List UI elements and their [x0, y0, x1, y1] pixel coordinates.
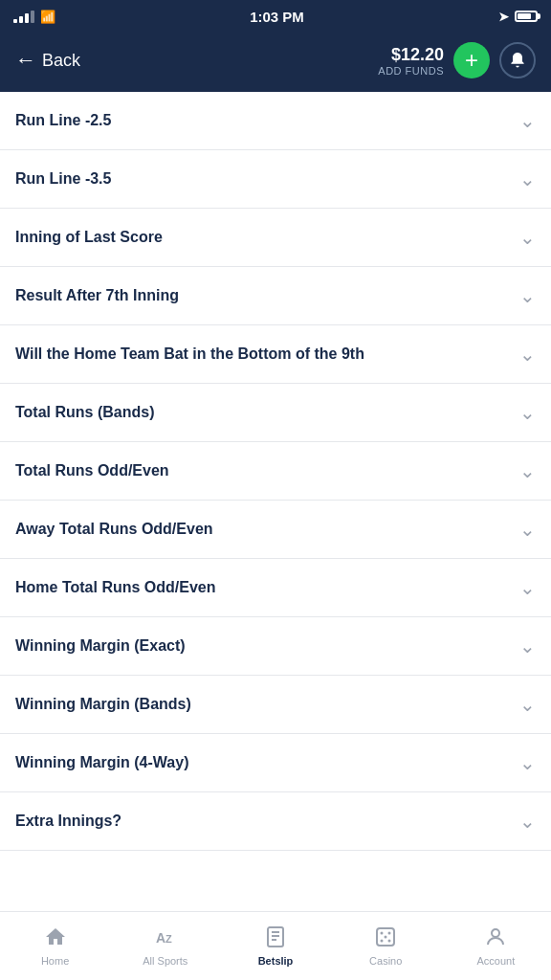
chevron-down-icon: ⌄ [519, 284, 536, 307]
accordion-label: Will the Home Team Bat in the Bottom of … [15, 344, 519, 365]
accordion-label: Away Total Runs Odd/Even [15, 519, 519, 540]
bottom-navigation: Home AZ All Sports Betslip Casino Accoun… [0, 911, 551, 980]
balance-section: $12.20 ADD FUNDS [378, 45, 444, 77]
accordion-item-run-line-3[interactable]: Run Line -3.5 ⌄ [0, 150, 551, 209]
accordion-item-total-runs-bands[interactable]: Total Runs (Bands) ⌄ [0, 384, 551, 442]
svg-text:Z: Z [165, 933, 172, 945]
back-button[interactable]: ← Back [15, 50, 80, 71]
status-bar-right: ➤ [498, 10, 538, 24]
add-funds-button[interactable]: + [453, 42, 490, 78]
accordion-item-total-runs-odd-even[interactable]: Total Runs Odd/Even ⌄ [0, 442, 551, 501]
status-bar: 📶 Verizon 📶 1:03 PM ➤ [0, 0, 551, 33]
balance-amount: $12.20 [378, 45, 444, 65]
accordion-label: Winning Margin (4-Way) [15, 752, 519, 773]
chevron-down-icon: ⌄ [519, 693, 536, 716]
add-funds-label: ADD FUNDS [378, 65, 444, 77]
location-icon: ➤ [498, 10, 509, 24]
svg-point-10 [388, 932, 391, 935]
back-label: Back [42, 51, 80, 71]
accordion-item-away-total-runs[interactable]: Away Total Runs Odd/Even ⌄ [0, 501, 551, 559]
status-bar-left: 📶 Verizon 📶 [13, 10, 55, 24]
accordion-list: Run Line -2.5 ⌄ Run Line -3.5 ⌄ Inning o… [0, 92, 551, 911]
svg-point-7 [381, 932, 384, 935]
accordion-item-winning-margin-exact[interactable]: Winning Margin (Exact) ⌄ [0, 617, 551, 676]
casino-icon [374, 925, 397, 952]
nav-label-casino: Casino [369, 955, 402, 967]
accordion-label: Winning Margin (Exact) [15, 635, 519, 657]
accordion-label: Run Line -3.5 [15, 168, 519, 189]
accordion-item-extra-innings[interactable]: Extra Innings? ⌄ [0, 792, 551, 851]
accordion-item-home-team-bat[interactable]: Will the Home Team Bat in the Bottom of … [0, 325, 551, 384]
accordion-label: Run Line -2.5 [15, 110, 519, 131]
betslip-icon [264, 925, 287, 952]
nav-item-account[interactable]: Account [441, 912, 551, 974]
az-icon: AZ [154, 925, 177, 952]
chevron-down-icon: ⌄ [519, 109, 536, 132]
svg-text:A: A [156, 930, 165, 946]
accordion-label: Inning of Last Score [15, 227, 519, 248]
accordion-item-winning-margin-bands[interactable]: Winning Margin (Bands) ⌄ [0, 676, 551, 734]
nav-item-betslip[interactable]: Betslip [220, 912, 330, 974]
chevron-down-icon: ⌄ [519, 226, 536, 249]
accordion-label: Home Total Runs Odd/Even [15, 577, 519, 598]
svg-point-8 [388, 940, 391, 943]
account-icon [484, 925, 507, 952]
wifi-icon: 📶 [40, 10, 55, 24]
chevron-down-icon: ⌄ [519, 810, 536, 833]
svg-point-11 [385, 936, 387, 939]
accordion-item-result-7th[interactable]: Result After 7th Inning ⌄ [0, 267, 551, 325]
nav-label-home: Home [41, 955, 69, 967]
accordion-label: Total Runs Odd/Even [15, 460, 519, 481]
nav-item-casino[interactable]: Casino [331, 912, 441, 974]
accordion-label: Winning Margin (Bands) [15, 694, 519, 715]
nav-label-betslip: Betslip [258, 955, 294, 967]
chevron-down-icon: ⌄ [519, 751, 536, 774]
home-icon [44, 925, 67, 952]
chevron-down-icon: ⌄ [519, 576, 536, 599]
time-label: 1:03 PM [250, 9, 304, 25]
signal-icon [13, 11, 34, 23]
nav-item-home[interactable]: Home [0, 912, 110, 974]
battery-icon [515, 11, 538, 22]
header: ← Back $12.20 ADD FUNDS + [0, 33, 551, 92]
chevron-down-icon: ⌄ [519, 518, 536, 541]
plus-icon: + [465, 49, 478, 72]
accordion-label: Extra Innings? [15, 811, 519, 832]
svg-point-12 [492, 929, 499, 937]
accordion-label: Total Runs (Bands) [15, 402, 519, 423]
chevron-down-icon: ⌄ [519, 459, 536, 482]
megaphone-icon [508, 51, 527, 70]
accordion-item-inning-last-score[interactable]: Inning of Last Score ⌄ [0, 209, 551, 267]
svg-point-9 [381, 940, 384, 943]
chevron-down-icon: ⌄ [519, 343, 536, 366]
chevron-down-icon: ⌄ [519, 167, 536, 190]
accordion-item-run-line-2[interactable]: Run Line -2.5 ⌄ [0, 92, 551, 150]
header-right: $12.20 ADD FUNDS + [378, 42, 536, 78]
back-arrow-icon: ← [15, 50, 36, 71]
chevron-down-icon: ⌄ [519, 401, 536, 424]
notification-button[interactable] [499, 42, 536, 78]
nav-label-all-sports: All Sports [143, 955, 187, 967]
accordion-item-home-total-runs[interactable]: Home Total Runs Odd/Even ⌄ [0, 559, 551, 617]
accordion-item-winning-margin-4way[interactable]: Winning Margin (4-Way) ⌄ [0, 734, 551, 792]
accordion-label: Result After 7th Inning [15, 285, 519, 306]
nav-label-account: Account [477, 955, 516, 967]
nav-item-all-sports[interactable]: AZ All Sports [110, 912, 220, 974]
chevron-down-icon: ⌄ [519, 635, 536, 657]
